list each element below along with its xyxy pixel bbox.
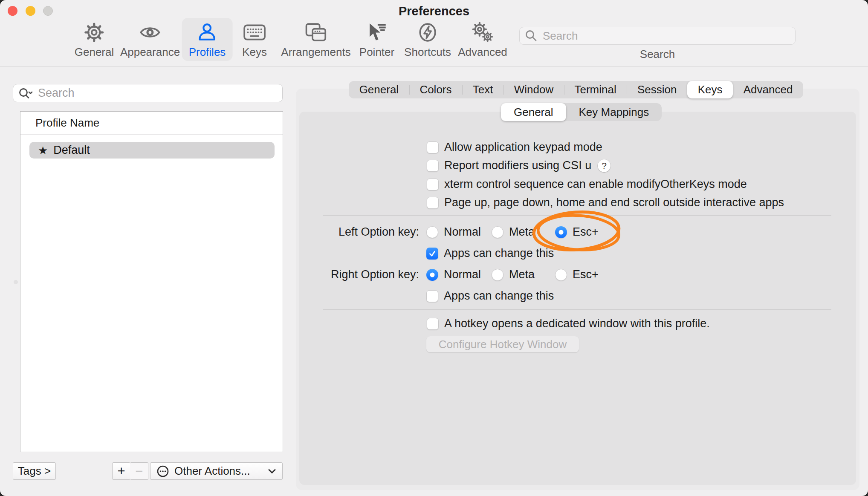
right-option-normal-radio[interactable] <box>426 269 438 281</box>
radio-label: Meta <box>509 268 535 281</box>
checkbox-label: Report modifiers using CSI u <box>444 159 591 172</box>
left-option-key-label: Left Option key: <box>315 225 419 239</box>
gears-icon <box>472 21 494 43</box>
checkbox-row: xterm control sequence can enable modify… <box>427 178 747 191</box>
checkbox-label: xterm control sequence can enable modify… <box>444 178 747 191</box>
tab-advanced[interactable]: Advanced <box>733 81 803 98</box>
toolbar-item-pointer[interactable]: Pointer <box>353 18 401 61</box>
left-option-normal-radio[interactable] <box>426 226 438 238</box>
toolbar-item-arrangements[interactable]: Arrangements <box>274 18 357 61</box>
toolbar-item-label: Appearance <box>120 46 180 59</box>
subtab-key-mappings[interactable]: Key Mappings <box>566 103 662 121</box>
tab-keys[interactable]: Keys <box>687 81 733 98</box>
toolbar-item-label: Shortcuts <box>404 46 451 59</box>
left-option-meta-radio[interactable] <box>492 226 503 238</box>
toolbar-item-label: Advanced <box>458 46 507 59</box>
keyboard-icon <box>243 21 266 43</box>
gear-icon <box>84 21 104 43</box>
checkbox-label: Allow application keypad mode <box>444 141 602 154</box>
left-apps-can-change-checkbox[interactable] <box>426 248 438 260</box>
profile-list-header: Profile Name <box>20 112 283 135</box>
eye-icon <box>139 21 161 43</box>
plus-icon: + <box>117 464 125 479</box>
profile-name: Default <box>53 144 90 157</box>
checkbox-row: Apps can change this <box>426 289 554 303</box>
checkbox-label: Apps can change this <box>444 247 554 260</box>
window-title: Preferences <box>0 4 868 18</box>
radio-option: Esc+ <box>555 225 599 239</box>
toolbar-item-label: Keys <box>242 46 267 59</box>
toolbar-item-label: Profiles <box>189 46 226 59</box>
toolbar-item-shortcuts[interactable]: Shortcuts <box>397 18 458 61</box>
subtab-general[interactable]: General <box>501 103 566 121</box>
help-button[interactable]: ? <box>598 159 610 172</box>
search-icon <box>525 29 538 42</box>
toolbar-item-label: Arrangements <box>281 46 350 59</box>
preferences-window: Preferences General <box>0 0 868 496</box>
cursor-icon <box>367 21 387 43</box>
add-profile-button[interactable]: + <box>112 462 130 480</box>
profile-row-default[interactable]: ★ Default <box>29 142 275 159</box>
right-option-meta-radio[interactable] <box>492 269 503 281</box>
tags-button-label: Tags > <box>18 464 51 478</box>
bolt-icon <box>418 21 437 43</box>
toolbar-item-appearance[interactable]: Appearance <box>113 18 187 61</box>
checkbox-row: Apps can change this <box>426 247 554 260</box>
check-icon <box>428 249 437 258</box>
toolbar: Preferences General <box>0 0 868 67</box>
radio-label: Normal <box>444 225 481 239</box>
windows-icon <box>305 21 327 43</box>
tab-general[interactable]: General <box>349 81 409 98</box>
question-icon: ? <box>602 161 607 171</box>
radio-label: Meta <box>509 225 535 239</box>
toolbar-search-field[interactable] <box>519 27 796 45</box>
profile-search-field[interactable] <box>13 84 283 102</box>
divider <box>323 309 831 310</box>
allow-keypad-checkbox[interactable] <box>427 141 439 153</box>
scroll-outside-apps-checkbox[interactable] <box>427 197 439 209</box>
profile-list: Profile Name ★ Default <box>20 111 283 452</box>
tab-text[interactable]: Text <box>462 81 503 98</box>
left-option-esc-radio[interactable] <box>555 226 567 238</box>
modify-other-keys-checkbox[interactable] <box>427 179 439 190</box>
checkbox-label: A hotkey opens a dedicated window with t… <box>444 317 710 330</box>
toolbar-item-advanced[interactable]: Advanced <box>451 18 514 61</box>
checkbox-row: Allow application keypad mode <box>427 141 602 154</box>
radio-option: Meta <box>492 225 535 239</box>
scroll-dot-artifact <box>14 280 18 284</box>
other-actions-dropdown[interactable]: Other Actions... <box>150 462 283 480</box>
other-actions-label: Other Actions... <box>174 464 250 478</box>
toolbar-search-input[interactable] <box>542 29 790 43</box>
toolbar-item-general[interactable]: General <box>68 18 121 61</box>
radio-option: Esc+ <box>555 268 599 281</box>
toolbar-item-keys[interactable]: Keys <box>235 18 274 61</box>
checkbox-label: Page up, page down, home and end scroll … <box>444 196 784 209</box>
radio-option: Normal <box>426 225 481 239</box>
radio-label: Esc+ <box>573 225 599 239</box>
checkbox-row: A hotkey opens a dedicated window with t… <box>427 317 710 330</box>
toolbar-item-profiles[interactable]: Profiles <box>182 18 233 61</box>
ellipsis-circle-icon <box>156 465 169 478</box>
tab-colors[interactable]: Colors <box>409 81 462 98</box>
remove-profile-button[interactable]: − <box>130 462 148 480</box>
configure-hotkey-window-button[interactable]: Configure Hotkey Window <box>426 336 579 352</box>
csi-u-checkbox[interactable] <box>427 160 439 172</box>
radio-label: Esc+ <box>573 268 599 281</box>
profile-search-input[interactable] <box>37 86 277 100</box>
star-icon: ★ <box>38 145 48 156</box>
right-option-key-label: Right Option key: <box>315 268 419 281</box>
checkbox-row: Report modifiers using CSI u ? <box>427 159 610 172</box>
tab-window[interactable]: Window <box>503 81 564 98</box>
hotkey-window-checkbox[interactable] <box>427 318 439 330</box>
tab-terminal[interactable]: Terminal <box>564 81 627 98</box>
toolbar-item-label: Pointer <box>359 46 394 59</box>
tab-session[interactable]: Session <box>627 81 687 98</box>
right-option-esc-radio[interactable] <box>555 269 567 281</box>
person-icon <box>197 21 217 43</box>
radio-option: Meta <box>492 268 535 281</box>
configure-hotkey-label: Configure Hotkey Window <box>439 338 567 351</box>
right-apps-can-change-checkbox[interactable] <box>426 290 438 302</box>
tags-button[interactable]: Tags > <box>13 462 56 480</box>
toolbar-search-label: Search <box>519 48 796 61</box>
radio-label: Normal <box>444 268 481 281</box>
